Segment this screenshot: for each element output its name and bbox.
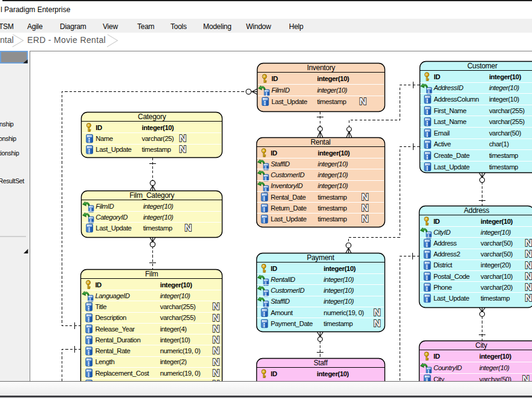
svg-text:Last_Update: Last_Update (271, 215, 307, 223)
svg-text:N: N (522, 374, 530, 382)
svg-text:Address: Address (464, 206, 489, 215)
svg-text:ID: ID (433, 218, 440, 225)
svg-text:varchar(50): varchar(50) (481, 240, 513, 247)
svg-text:N: N (362, 214, 369, 224)
svg-text:FilmID: FilmID (96, 203, 114, 210)
svg-text:integer(10): integer(10) (160, 292, 190, 299)
svg-text:N: N (525, 293, 532, 304)
svg-text:N: N (212, 324, 219, 334)
svg-text:varchar(25): varchar(25) (142, 135, 174, 142)
svg-text:Last_Update: Last_Update (96, 224, 131, 232)
svg-text:integer(10): integer(10) (317, 75, 349, 82)
svg-text:Postal_Code: Postal_Code (433, 273, 470, 280)
svg-text:varchar(50): varchar(50) (489, 129, 521, 137)
svg-text:integer(2): integer(2) (160, 358, 187, 365)
svg-text:ID: ID (271, 265, 277, 272)
svg-text:District: District (433, 261, 453, 269)
svg-text:integer(10): integer(10) (318, 171, 348, 178)
svg-text:integer(4): integer(4) (160, 325, 187, 333)
svg-text:N: N (212, 335, 219, 345)
svg-text:CustomerID: CustomerID (271, 287, 305, 294)
svg-text:timestamp: timestamp (317, 98, 346, 105)
svg-text:N: N (525, 282, 532, 293)
svg-text:First_Name: First_Name (434, 107, 467, 114)
svg-text:Staff: Staff (314, 359, 328, 367)
svg-text:integer(10): integer(10) (142, 124, 174, 131)
svg-text:Phone: Phone (433, 284, 452, 291)
svg-text:Inventory: Inventory (307, 64, 336, 72)
svg-text:N: N (212, 302, 219, 312)
svg-text:Film_Category: Film_Category (129, 191, 174, 200)
svg-text:Description: Description (95, 314, 126, 321)
svg-text:CategoryID: CategoryID (96, 214, 128, 221)
svg-text:varchar(255): varchar(255) (160, 303, 196, 310)
svg-text:N: N (360, 97, 367, 107)
svg-text:varchar(10): varchar(10) (481, 273, 513, 280)
svg-text:N: N (525, 238, 532, 249)
svg-text:Length: Length (95, 358, 114, 365)
svg-text:integer(10): integer(10) (479, 353, 511, 360)
svg-text:Title: Title (95, 303, 106, 310)
svg-text:ID: ID (271, 149, 277, 157)
svg-text:N: N (362, 192, 369, 203)
svg-text:integer(10): integer(10) (160, 281, 192, 289)
svg-text:N: N (525, 272, 532, 282)
svg-text:numeric(19, 0): numeric(19, 0) (160, 347, 201, 354)
svg-text:timestamp: timestamp (489, 152, 518, 159)
svg-text:varchar(50): varchar(50) (481, 250, 513, 258)
svg-text:timestamp: timestamp (318, 215, 347, 223)
svg-text:N: N (374, 308, 381, 318)
svg-text:Address: Address (433, 240, 457, 247)
svg-text:CityID: CityID (433, 229, 450, 236)
svg-text:integer(10): integer(10) (318, 160, 348, 168)
svg-text:ID: ID (95, 281, 102, 289)
svg-text:LanguageID: LanguageID (95, 292, 129, 299)
svg-text:integer(10): integer(10) (323, 298, 354, 305)
svg-text:integer(10): integer(10) (323, 287, 354, 294)
svg-text:N: N (212, 357, 219, 368)
svg-text:Address2: Address2 (433, 250, 460, 258)
svg-text:N: N (212, 346, 219, 356)
svg-text:Last_Name: Last_Name (434, 118, 467, 125)
svg-text:Active: Active (434, 140, 451, 148)
svg-text:ID: ID (434, 73, 441, 80)
svg-text:InventoryID: InventoryID (271, 182, 303, 189)
svg-text:StaffID: StaffID (271, 160, 290, 168)
svg-text:integer(10): integer(10) (318, 182, 348, 189)
svg-text:timestamp: timestamp (318, 194, 347, 201)
svg-text:Last_Update: Last_Update (271, 98, 307, 105)
svg-text:timestamp: timestamp (323, 320, 352, 327)
svg-text:integer(10): integer(10) (481, 229, 511, 236)
svg-text:timestamp: timestamp (143, 224, 172, 232)
svg-text:Rental: Rental (311, 138, 331, 146)
svg-text:integer(10): integer(10) (479, 364, 510, 371)
svg-text:CountryID: CountryID (433, 364, 462, 371)
svg-text:Customer: Customer (467, 62, 498, 70)
svg-text:integer(10): integer(10) (489, 73, 521, 80)
svg-text:RentalID: RentalID (271, 276, 296, 283)
svg-text:integer(10): integer(10) (317, 370, 349, 377)
svg-text:Last_Update: Last_Update (434, 163, 470, 171)
svg-text:Rental_Rate: Rental_Rate (95, 347, 130, 354)
svg-text:timestamp: timestamp (489, 163, 518, 171)
svg-text:AddressColumn: AddressColumn (434, 96, 479, 103)
svg-text:timestamp: timestamp (481, 295, 510, 302)
svg-text:Amount: Amount (271, 309, 294, 316)
svg-text:N: N (180, 134, 187, 144)
svg-text:StaffID: StaffID (271, 298, 290, 305)
svg-text:integer(10): integer(10) (323, 265, 355, 272)
svg-text:Category: Category (138, 113, 166, 121)
svg-text:Create_Date: Create_Date (434, 152, 470, 159)
svg-text:integer(10): integer(10) (143, 203, 174, 210)
svg-text:Replacement_Cost: Replacement_Cost (95, 370, 149, 377)
svg-text:Last_Update: Last_Update (433, 295, 469, 302)
svg-text:N: N (185, 223, 192, 233)
svg-text:Payment_Date: Payment_Date (271, 320, 313, 327)
svg-text:varchar(255): varchar(255) (489, 118, 525, 125)
svg-text:ID: ID (96, 124, 102, 131)
svg-text:timestamp: timestamp (142, 146, 171, 153)
svg-text:integer(10): integer(10) (317, 86, 348, 94)
svg-text:Return_Date: Return_Date (271, 204, 307, 212)
svg-text:integer(20): integer(20) (481, 261, 511, 269)
svg-text:ID: ID (271, 370, 277, 377)
